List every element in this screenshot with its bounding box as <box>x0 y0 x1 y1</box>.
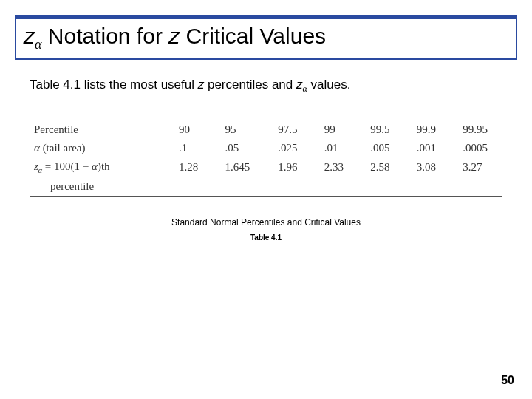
intro-pre: Table 4.1 lists the most useful <box>30 78 198 92</box>
table-row-percentile: Percentile 90 95 97.5 99 99.5 99.9 99.95 <box>30 120 502 139</box>
row-label-z-line2: percentile <box>30 177 166 197</box>
row-label-z: zα = 100(1 − α)th <box>30 157 166 177</box>
cell: .025 <box>265 139 310 157</box>
cell: 99.95 <box>449 120 502 139</box>
table-number: Table 4.1 <box>0 233 532 242</box>
cell: 3.27 <box>449 157 502 177</box>
title-z2: z <box>168 24 180 48</box>
intro-mid: percentiles and <box>204 78 296 92</box>
alpha-label-post: (tail area) <box>40 142 86 154</box>
cell: .005 <box>357 139 403 157</box>
cell: 95 <box>211 120 265 139</box>
cell: 3.08 <box>403 157 449 177</box>
cell: 2.33 <box>311 157 357 177</box>
page-title: zα Notation for z Critical Values <box>24 24 508 52</box>
row-label-percentile: Percentile <box>30 120 166 139</box>
cell: .05 <box>211 139 265 157</box>
title-text-1: Notation for <box>41 24 168 48</box>
cell: 2.58 <box>357 157 403 177</box>
table-row-z: zα = 100(1 − α)th 1.28 1.645 1.96 2.33 2… <box>30 157 502 177</box>
page-number: 50 <box>501 374 514 387</box>
cell: .1 <box>166 139 211 157</box>
cell: .0005 <box>449 139 502 157</box>
cell: .001 <box>403 139 449 157</box>
intro-text: Table 4.1 lists the most useful z percen… <box>30 78 502 95</box>
table-row-alpha: α (tail area) .1 .05 .025 .01 .005 .001 … <box>30 139 502 157</box>
z-post: )th <box>98 160 110 172</box>
cell: 97.5 <box>265 120 310 139</box>
cell: 99.9 <box>403 120 449 139</box>
cell: .01 <box>311 139 357 157</box>
cell: 1.96 <box>265 157 310 177</box>
z-alpha2: α <box>92 160 98 172</box>
intro-post: values. <box>307 78 351 92</box>
cell: 1.645 <box>211 157 265 177</box>
z-mid: = 100(1 − <box>42 160 92 172</box>
cell: 99 <box>311 120 357 139</box>
table-row-z-line2: percentile <box>30 177 502 197</box>
cell: 1.28 <box>166 157 211 177</box>
table-caption: Standard Normal Percentiles and Critical… <box>0 217 532 228</box>
row-label-alpha: α (tail area) <box>30 139 166 157</box>
title-box: zα Notation for z Critical Values <box>15 15 517 60</box>
title-z: z <box>24 24 35 48</box>
intro-z: z <box>198 78 205 92</box>
alpha-symbol: α <box>34 142 40 154</box>
data-table: Percentile 90 95 97.5 99 99.5 99.9 99.95… <box>30 117 502 197</box>
cell: 90 <box>166 120 211 139</box>
critical-values-table: Percentile 90 95 97.5 99 99.5 99.9 99.95… <box>30 117 502 197</box>
title-text-2: Critical Values <box>180 24 326 48</box>
cell: 99.5 <box>357 120 403 139</box>
